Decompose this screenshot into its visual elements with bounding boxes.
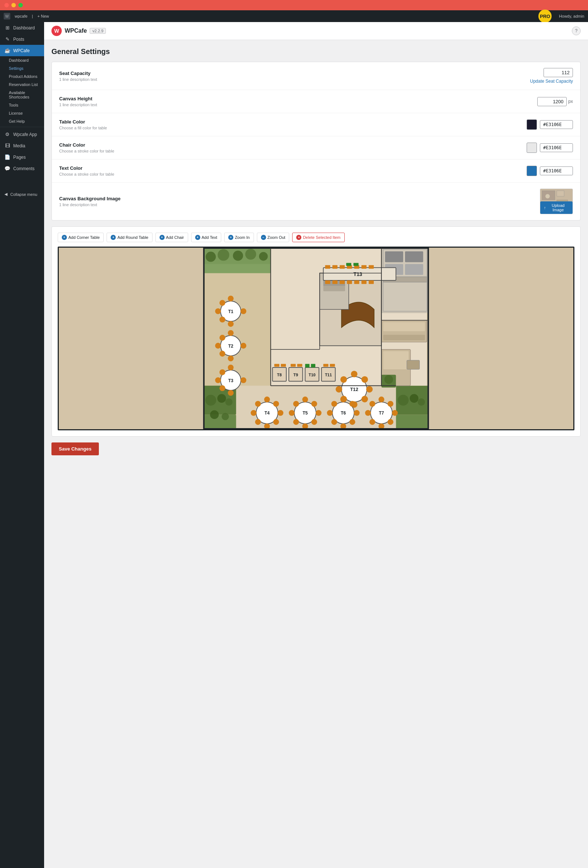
new-post-link[interactable]: + New	[37, 14, 49, 18]
chair-color-row: Chair Color Choose a stroke color for ta…	[52, 136, 580, 159]
add-corner-table-button[interactable]: + Add Corner Table	[58, 233, 103, 242]
svg-rect-102	[291, 364, 296, 367]
sidebar-item-posts[interactable]: ✎ Posts	[0, 34, 44, 45]
pages-icon: 📄	[4, 154, 10, 160]
svg-point-71	[240, 309, 246, 314]
sidebar-item-label: Pages	[13, 155, 26, 160]
svg-rect-101	[281, 364, 286, 367]
sidebar-sub-available-shortcodes[interactable]: Available Shortcodes	[0, 89, 44, 101]
zoom-out-icon: −	[261, 235, 266, 240]
version-badge: v2.2.9	[90, 28, 106, 34]
svg-rect-43	[332, 265, 337, 269]
svg-point-89	[219, 385, 225, 391]
zoom-in-button[interactable]: + Zoom In	[224, 233, 254, 242]
chair-color-control	[527, 143, 573, 153]
add-round-table-button[interactable]: + Add Round Table	[106, 233, 152, 242]
svg-rect-60	[383, 335, 425, 340]
svg-point-152	[369, 401, 375, 407]
svg-point-148	[378, 397, 384, 402]
add-text-label: Add Text	[202, 235, 217, 240]
zoom-out-button[interactable]: − Zoom Out	[257, 233, 290, 242]
sidebar-item-dashboard[interactable]: ⊞ Dashboard	[0, 22, 44, 34]
svg-point-81	[219, 351, 225, 357]
sidebar-sub-settings[interactable]: Settings	[0, 64, 44, 72]
canvas-bg-image-row: Canvas Background Image 1 line descripti…	[52, 183, 580, 220]
sidebar-sub-dashboard[interactable]: Dashboard	[0, 56, 44, 64]
sidebar-item-pages[interactable]: 📄 Pages	[0, 151, 44, 163]
svg-point-76	[228, 330, 234, 336]
svg-point-145	[350, 419, 355, 425]
pro-badge: PRO	[538, 10, 552, 23]
svg-point-11	[217, 394, 226, 403]
table-color-row: Table Color Choose a fill color for tabl…	[52, 113, 580, 136]
add-text-button[interactable]: + Add Text	[191, 233, 222, 242]
mac-close-btn[interactable]	[4, 3, 9, 7]
admin-bar-separator: |	[32, 14, 33, 18]
mac-fullscreen-btn[interactable]	[18, 3, 23, 7]
sidebar-sub-get-help[interactable]: Get Help	[0, 117, 44, 125]
setting-info: Text Color Choose a stroke color for tab…	[59, 165, 114, 176]
main-content: W WPCafe v2.2.9 ? General Settings Seat …	[44, 22, 588, 868]
svg-rect-2	[557, 191, 564, 196]
comments-icon: 💬	[4, 166, 10, 171]
chair-color-swatch[interactable]	[527, 143, 537, 153]
collapse-label: Collapse menu	[10, 192, 37, 196]
site-name[interactable]: wpcafe	[15, 14, 28, 18]
text-color-swatch[interactable]	[527, 166, 537, 176]
svg-point-85	[228, 390, 234, 396]
table-color-desc: Choose a fill color for table	[59, 125, 107, 130]
sidebar-sub-product-addons[interactable]: Product Addons	[0, 72, 44, 80]
zoom-out-label: Zoom Out	[267, 235, 285, 240]
svg-point-69	[228, 321, 234, 327]
sidebar-sub-reservation-list[interactable]: Reservation List	[0, 80, 44, 89]
sidebar-item-label: Wpcafe App	[13, 132, 37, 137]
chair-color-input[interactable]	[540, 143, 573, 152]
svg-point-141	[354, 410, 360, 416]
svg-rect-53	[340, 280, 345, 284]
table-color-input[interactable]	[540, 120, 573, 129]
mac-minimize-btn[interactable]	[11, 3, 16, 7]
svg-point-80	[219, 335, 225, 341]
svg-point-86	[215, 377, 221, 383]
sidebar-sub-tools[interactable]: Tools	[0, 101, 44, 109]
delete-selected-button[interactable]: × Delete Selected Item	[292, 233, 344, 242]
help-button[interactable]: ?	[572, 27, 581, 35]
canvas-height-input[interactable]	[537, 97, 567, 106]
text-color-input[interactable]	[540, 167, 573, 175]
seat-capacity-input[interactable]	[544, 68, 573, 77]
svg-point-115	[362, 396, 368, 402]
sidebar-sub-license[interactable]: License	[0, 109, 44, 117]
table-color-label: Table Color	[59, 119, 107, 125]
collapse-menu-btn[interactable]: ◀ Collapse menu	[0, 189, 44, 199]
svg-point-18	[410, 394, 418, 403]
svg-point-108	[351, 371, 358, 377]
svg-point-79	[240, 343, 246, 349]
svg-text:T6: T6	[341, 410, 346, 416]
sidebar-item-comments[interactable]: 💬 Comments	[0, 163, 44, 174]
seat-capacity-control: Update Seat Capacity	[530, 68, 573, 84]
text-color-row: Text Color Choose a stroke color for tab…	[52, 159, 580, 183]
upload-image-button[interactable]: ↑ Upload Image	[540, 201, 573, 214]
add-corner-icon: +	[62, 235, 67, 240]
svg-point-122	[255, 401, 261, 407]
svg-text:T12: T12	[350, 387, 358, 392]
floor-plan-canvas[interactable]: T13	[58, 247, 575, 430]
svg-point-19	[418, 399, 425, 406]
sidebar-item-media[interactable]: 🎞 Media	[0, 140, 44, 151]
svg-point-22	[217, 249, 229, 261]
svg-point-70	[215, 309, 221, 314]
svg-rect-34	[405, 264, 423, 275]
table-color-swatch[interactable]	[527, 120, 537, 130]
add-chair-button[interactable]: + Add Chair	[155, 233, 188, 242]
save-changes-button[interactable]: Save Changes	[52, 443, 99, 455]
update-seat-capacity-link[interactable]: Update Seat Capacity	[530, 79, 573, 84]
sidebar-item-wpcafe[interactable]: ☕ WPCafe	[0, 45, 44, 56]
svg-point-110	[335, 386, 342, 393]
sidebar-item-wpcafe-app[interactable]: ⚙ Wpcafe App	[0, 128, 44, 140]
svg-text:T4: T4	[264, 410, 270, 416]
canvas-height-label: Canvas Height	[59, 96, 97, 102]
svg-text:T8: T8	[277, 373, 282, 377]
svg-point-128	[302, 397, 308, 402]
svg-point-142	[331, 401, 337, 407]
svg-point-24	[245, 249, 256, 260]
